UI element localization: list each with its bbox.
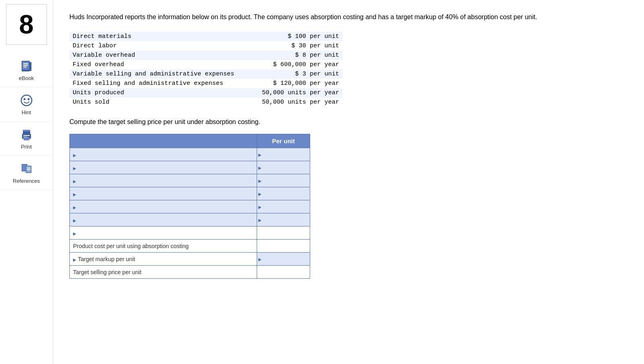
svg-rect-13 <box>24 137 29 140</box>
row-label-cell <box>70 226 257 240</box>
data-table: Direct materials$ 100 per unitDirect lab… <box>69 32 342 107</box>
row-input[interactable] <box>257 226 310 239</box>
data-row: Units produced50,000 units per year <box>69 88 342 98</box>
answer-input-row[interactable] <box>70 161 310 174</box>
answer-table-header: Per unit <box>70 134 310 148</box>
data-label: Units produced <box>69 88 259 98</box>
row-value-cell[interactable] <box>257 187 310 200</box>
print-icon <box>19 127 34 142</box>
row-input[interactable] <box>257 187 310 200</box>
svg-rect-2 <box>23 63 28 64</box>
sidebar-item-ebook[interactable]: eBook <box>0 53 53 87</box>
header-col1 <box>70 134 257 148</box>
sidebar: 8 eBook Hint <box>0 0 53 364</box>
target-selling-label: Target selling price per unit <box>70 266 257 279</box>
data-value: $ 100 per unit <box>259 32 342 41</box>
data-value: 50,000 units per year <box>259 98 342 107</box>
data-label: Fixed selling and administrative expense… <box>69 79 259 88</box>
sidebar-item-hint[interactable]: Hint <box>0 87 53 122</box>
data-row: Variable overhead$ 8 per unit <box>69 51 342 60</box>
hint-label: Hint <box>22 109 31 115</box>
row-label-cell <box>70 187 257 200</box>
svg-rect-3 <box>23 65 28 66</box>
row-input[interactable] <box>257 174 310 187</box>
data-value: $ 600,000 per year <box>259 60 342 69</box>
answer-input-row[interactable] <box>70 174 310 187</box>
row-value-cell[interactable] <box>257 161 310 174</box>
row-input[interactable] <box>257 213 310 226</box>
target-selling-row: Target selling price per unit <box>70 266 310 279</box>
row-value-cell[interactable] <box>257 200 310 213</box>
row-value-cell[interactable] <box>257 174 310 187</box>
data-row: Fixed overhead$ 600,000 per year <box>69 60 342 69</box>
data-value: $ 3 per unit <box>259 69 342 79</box>
references-label: References <box>13 178 40 184</box>
data-row: Variable selling and administrative expe… <box>69 69 342 79</box>
answer-input-row[interactable] <box>70 226 310 240</box>
svg-point-7 <box>23 98 25 100</box>
header-col2: Per unit <box>257 134 310 148</box>
answer-table: Per unit Product cost per unit using abs… <box>69 134 310 279</box>
target-markup-row[interactable]: Target markup per unit <box>70 253 310 266</box>
row-input[interactable] <box>257 200 310 213</box>
answer-input-row[interactable] <box>70 200 310 213</box>
svg-rect-4 <box>23 67 27 67</box>
data-label: Variable selling and administrative expe… <box>69 69 259 79</box>
problem-text: Huds Incorporated reports the informatio… <box>69 12 628 22</box>
data-value: 50,000 units per year <box>259 88 342 98</box>
svg-rect-5 <box>30 62 31 71</box>
data-label: Units sold <box>69 98 259 107</box>
print-label: Print <box>21 144 32 150</box>
product-cost-label: Product cost per unit using absorption c… <box>70 240 257 253</box>
data-value: $ 120,000 per year <box>259 79 342 88</box>
sidebar-item-print[interactable]: Print <box>0 122 53 156</box>
answer-input-row[interactable] <box>70 187 310 200</box>
target-selling-input[interactable] <box>260 267 306 277</box>
product-cost-value[interactable] <box>257 240 310 253</box>
row-value-cell[interactable] <box>257 148 310 161</box>
data-row: Direct materials$ 100 per unit <box>69 32 342 41</box>
row-label-cell <box>70 213 257 226</box>
ebook-label: eBook <box>19 75 34 81</box>
data-value: $ 8 per unit <box>259 51 342 60</box>
row-label-cell <box>70 148 257 161</box>
svg-rect-19 <box>27 168 30 169</box>
row-label-cell <box>70 161 257 174</box>
data-label: Variable overhead <box>69 51 259 60</box>
row-input[interactable] <box>257 161 310 174</box>
row-value-cell[interactable] <box>257 213 310 226</box>
data-label: Direct materials <box>69 32 259 41</box>
svg-rect-20 <box>27 169 30 170</box>
target-markup-input[interactable] <box>257 253 310 265</box>
data-label: Fixed overhead <box>69 60 259 69</box>
target-markup-value[interactable] <box>257 253 310 266</box>
svg-point-8 <box>27 98 29 100</box>
row-label-cell <box>70 174 257 187</box>
target-selling-value[interactable] <box>257 266 310 279</box>
hint-icon <box>19 93 34 108</box>
data-row: Units sold50,000 units per year <box>69 98 342 107</box>
data-value: $ 30 per unit <box>259 41 342 51</box>
data-row: Direct labor$ 30 per unit <box>69 41 342 51</box>
sidebar-item-references[interactable]: References <box>0 156 53 190</box>
product-cost-row: Product cost per unit using absorption c… <box>70 240 310 253</box>
data-row: Fixed selling and administrative expense… <box>69 79 342 88</box>
target-markup-label: Target markup per unit <box>70 253 257 266</box>
row-label-cell <box>70 200 257 213</box>
svg-rect-14 <box>23 130 30 131</box>
row-value-cell[interactable] <box>257 226 310 240</box>
row-input[interactable] <box>257 148 310 161</box>
svg-point-6 <box>21 95 32 106</box>
svg-rect-11 <box>23 135 30 136</box>
answer-input-row[interactable] <box>70 213 310 226</box>
product-cost-input[interactable] <box>260 241 306 251</box>
references-icon <box>19 162 34 176</box>
problem-number: 8 <box>6 4 47 45</box>
answer-input-row[interactable] <box>70 148 310 161</box>
ebook-icon <box>19 59 34 73</box>
main-content: Huds Incorporated reports the informatio… <box>53 0 644 364</box>
data-label: Direct labor <box>69 41 259 51</box>
question-text: Compute the target selling price per uni… <box>69 118 628 126</box>
